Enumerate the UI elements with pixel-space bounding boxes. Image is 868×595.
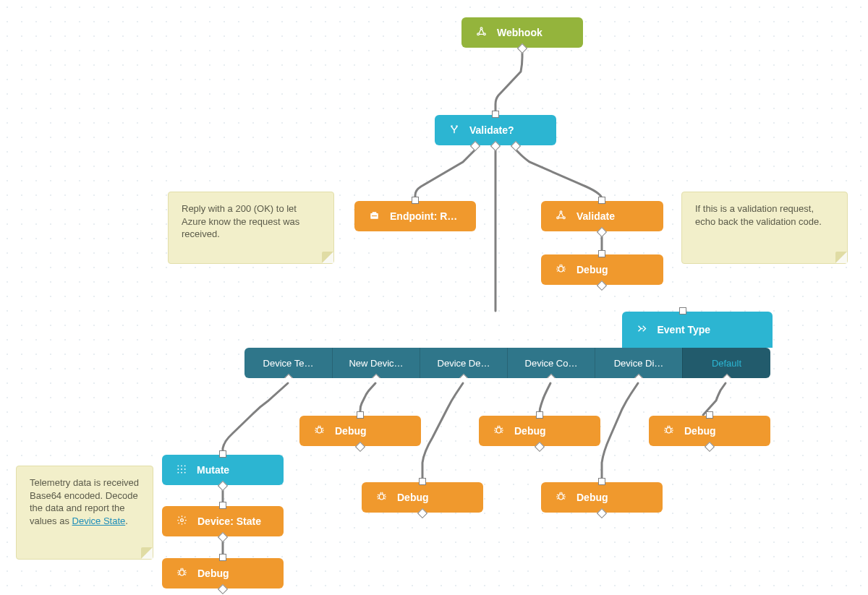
webhook-node[interactable]: Webhook — [461, 17, 583, 48]
svg-point-22 — [379, 494, 383, 500]
svg-point-8 — [563, 217, 566, 219]
port-out[interactable] — [634, 374, 644, 378]
svg-point-0 — [480, 27, 482, 30]
note-text: If this is a validation request, echo ba… — [695, 202, 834, 228]
gear-icon — [176, 515, 187, 528]
node-label: Validate? — [469, 124, 514, 136]
port-in[interactable] — [536, 411, 543, 419]
mutate-node[interactable]: Mutate — [162, 455, 284, 485]
debug-default-node[interactable]: Debug — [649, 416, 770, 446]
port-out[interactable] — [218, 532, 228, 542]
switch-case-device-telemetry[interactable]: Device Te… — [244, 348, 332, 378]
port-in[interactable] — [219, 502, 226, 509]
validate-decision-node[interactable]: Validate? — [435, 115, 556, 145]
svg-point-7 — [557, 217, 559, 219]
bug-icon — [376, 491, 387, 504]
svg-point-12 — [184, 465, 186, 466]
svg-point-15 — [184, 468, 186, 470]
svg-point-21 — [317, 427, 321, 433]
note-validation-echo: If this is a validation request, echo ba… — [681, 192, 848, 264]
validate-node[interactable]: Validate — [541, 201, 663, 231]
switch-case-device-deleted[interactable]: Device De… — [420, 348, 507, 378]
switch-case-device-connected[interactable]: Device Co… — [507, 348, 595, 378]
device-state-link[interactable]: Device State — [72, 515, 126, 526]
port-in[interactable] — [412, 197, 419, 204]
workflow-canvas[interactable]: Reply with a 200 (OK) to let Azure know … — [0, 0, 868, 595]
note-text: Telemetry data is received Base64 encode… — [30, 476, 140, 527]
webhook-icon — [556, 210, 566, 223]
switch-case-device-disconnected[interactable]: Device Di… — [595, 348, 682, 378]
port-out[interactable] — [218, 481, 228, 491]
node-label: Webhook — [497, 27, 542, 38]
port-out[interactable] — [535, 442, 545, 452]
node-label: Event Type — [658, 324, 711, 335]
device-state-node[interactable]: Device: State — [162, 506, 284, 536]
port-in[interactable] — [219, 554, 226, 561]
port-out[interactable] — [355, 442, 365, 452]
svg-point-20 — [179, 570, 184, 575]
branch-icon — [449, 124, 459, 137]
debug-state-node[interactable]: Debug — [162, 558, 284, 588]
note-azure-ok: Reply with a 200 (OK) to let Azure know … — [168, 192, 334, 264]
svg-point-1 — [477, 33, 480, 35]
debug-device-connected-node[interactable]: Debug — [479, 416, 600, 446]
port-in[interactable] — [219, 450, 226, 458]
port-out[interactable] — [597, 227, 607, 237]
port-out[interactable] — [218, 584, 228, 594]
svg-point-24 — [558, 494, 563, 500]
port-out-right[interactable] — [511, 141, 521, 151]
svg-point-18 — [184, 471, 186, 473]
node-label: Device: State — [197, 515, 261, 527]
port-in[interactable] — [706, 411, 713, 419]
port-out[interactable] — [546, 374, 556, 378]
switch-header[interactable]: Event Type — [622, 312, 773, 348]
node-label: Endpoint: R… — [390, 210, 457, 222]
port-out[interactable] — [597, 508, 607, 518]
switch-case-default[interactable]: Default — [682, 348, 770, 378]
port-out-center[interactable] — [490, 141, 501, 151]
port-out[interactable] — [705, 442, 715, 452]
svg-point-14 — [181, 468, 182, 470]
response-icon — [369, 210, 380, 223]
svg-rect-4 — [373, 212, 377, 213]
debug-device-disconnected-node[interactable]: Debug — [541, 482, 663, 513]
node-label: Debug — [514, 425, 546, 437]
node-label: Mutate — [197, 464, 229, 476]
svg-point-2 — [484, 33, 486, 35]
port-out[interactable] — [459, 374, 469, 378]
port-in[interactable] — [598, 478, 605, 485]
bug-icon — [556, 263, 566, 276]
port-in[interactable] — [357, 411, 364, 419]
endpoint-reply-node[interactable]: Endpoint: R… — [354, 201, 476, 231]
debug-new-device-node[interactable]: Debug — [299, 416, 421, 446]
note-text: Reply with a 200 (OK) to let Azure know … — [182, 202, 320, 241]
svg-point-17 — [181, 471, 182, 473]
port-in[interactable] — [598, 250, 605, 257]
port-out-left[interactable] — [470, 141, 480, 151]
port-out[interactable] — [283, 374, 293, 378]
port-out[interactable] — [371, 374, 381, 378]
port-out[interactable] — [417, 508, 427, 518]
port-in[interactable] — [419, 478, 426, 485]
svg-point-6 — [560, 211, 562, 213]
port-in[interactable] — [492, 111, 499, 118]
svg-point-9 — [558, 266, 563, 272]
webhook-icon — [476, 26, 487, 39]
port-out[interactable] — [517, 43, 527, 53]
switch-case-new-device[interactable]: New Devic… — [332, 348, 420, 378]
node-label: Debug — [576, 264, 608, 275]
port-out[interactable] — [721, 374, 731, 378]
node-label: Debug — [197, 568, 229, 579]
svg-point-25 — [666, 427, 671, 433]
svg-point-11 — [181, 465, 182, 466]
bug-icon — [176, 567, 187, 580]
event-type-switch[interactable]: Event Type Device Te… New Devic… Device … — [244, 312, 770, 378]
svg-point-16 — [177, 471, 179, 473]
debug-validate-node[interactable]: Debug — [541, 254, 663, 285]
node-label: Validate — [576, 210, 615, 222]
switch-cases-row: Device Te… New Devic… Device De… Device … — [244, 348, 770, 378]
port-out[interactable] — [597, 281, 607, 291]
debug-device-deleted-node[interactable]: Debug — [362, 482, 483, 513]
port-in[interactable] — [598, 197, 605, 204]
port-in[interactable] — [679, 307, 686, 314]
